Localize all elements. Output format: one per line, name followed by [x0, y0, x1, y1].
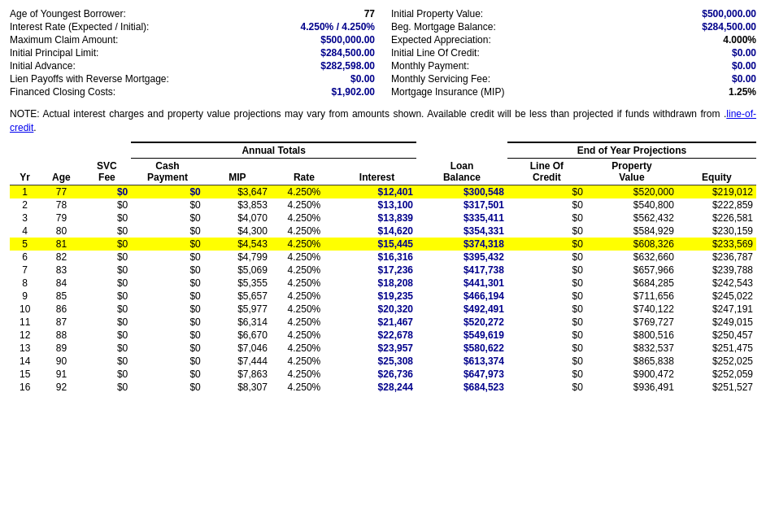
- table-row: 1389$0$0$7,0464.250%$23,957$580,622$0$83…: [10, 342, 756, 355]
- info-row: Mortgage Insurance (MIP)1.25%: [391, 86, 756, 98]
- table-cell: $247,191: [677, 303, 756, 316]
- annual-group-header: Annual Totals: [131, 142, 416, 159]
- right-info-panel: Initial Property Value:$500,000.00Beg. M…: [391, 8, 756, 99]
- table-row: 581$0$0$4,5434.250%$15,445$374,318$0$608…: [10, 238, 756, 251]
- table-cell: $20,320: [337, 303, 416, 316]
- table-cell: $222,859: [677, 198, 756, 211]
- table-cell: $0: [507, 185, 586, 198]
- table-cell: 85: [40, 290, 82, 303]
- table-row: 177$0$0$3,6474.250%$12,401$300,548$0$520…: [10, 185, 756, 198]
- eoy-group-header: End of Year Projections: [507, 142, 756, 159]
- table-cell: $7,444: [204, 355, 271, 368]
- table-cell: $0: [131, 368, 204, 381]
- info-label: Maximum Claim Amount:: [10, 34, 118, 46]
- table-cell: $251,475: [677, 342, 756, 355]
- table-cell: 4.250%: [271, 238, 337, 251]
- table-cell: $22,678: [337, 329, 416, 342]
- table-cell: $300,548: [416, 185, 507, 198]
- info-value: 77: [364, 8, 375, 20]
- table-cell: 4.250%: [271, 329, 337, 342]
- table-cell: $0: [507, 211, 586, 225]
- info-section: Age of Youngest Borrower:77Interest Rate…: [10, 8, 756, 99]
- table-cell: 5: [10, 238, 40, 251]
- table-row: 1490$0$0$7,4444.250%$25,308$613,374$0$86…: [10, 355, 756, 368]
- table-cell: 88: [40, 329, 82, 342]
- info-label: Beg. Mortgage Balance:: [391, 21, 496, 33]
- table-cell: $0: [131, 225, 204, 238]
- info-value: $500,000.00: [702, 8, 756, 20]
- table-cell: $0: [83, 277, 132, 290]
- table-cell: 91: [40, 368, 82, 381]
- info-label: Expected Appreciation:: [391, 34, 491, 46]
- table-cell: $0: [83, 368, 132, 381]
- table-cell: 81: [40, 238, 82, 251]
- table-row: 1288$0$0$6,6704.250%$22,678$549,619$0$80…: [10, 329, 756, 342]
- info-label: Initial Property Value:: [391, 8, 483, 20]
- info-value: $284,500.00: [702, 21, 756, 33]
- table-cell: 12: [10, 329, 40, 342]
- info-row: Maximum Claim Amount:$500,000.00: [10, 34, 375, 46]
- table-cell: $233,569: [677, 238, 756, 251]
- table-row: 682$0$0$4,7994.250%$16,316$395,432$0$632…: [10, 251, 756, 264]
- info-value: $0.00: [350, 73, 375, 85]
- table-cell: 4.250%: [271, 251, 337, 264]
- table-cell: 80: [40, 225, 82, 238]
- table-cell: $936,491: [586, 381, 677, 394]
- table-row: 783$0$0$5,0694.250%$17,236$417,738$0$657…: [10, 264, 756, 277]
- info-row: Interest Rate (Expected / Initial):4.250…: [10, 21, 375, 33]
- table-cell: $5,069: [204, 264, 271, 277]
- table-cell: $0: [83, 342, 132, 355]
- col-loan: LoanBalance: [416, 158, 507, 185]
- projection-table: Annual Totals End of Year Projections Yr…: [10, 142, 756, 394]
- left-info-panel: Age of Youngest Borrower:77Interest Rate…: [10, 8, 375, 99]
- info-value: $0.00: [732, 73, 756, 85]
- table-cell: $4,799: [204, 251, 271, 264]
- table-cell: $0: [507, 381, 586, 394]
- table-cell: $354,331: [416, 225, 507, 238]
- col-equity: Equity: [677, 158, 756, 185]
- table-cell: $0: [131, 355, 204, 368]
- table-cell: $0: [83, 264, 132, 277]
- info-label: Mortgage Insurance (MIP): [391, 86, 504, 98]
- info-label: Initial Line Of Credit:: [391, 47, 480, 59]
- table-cell: $252,059: [677, 368, 756, 381]
- info-row: Expected Appreciation:4.000%: [391, 34, 756, 46]
- table-cell: 7: [10, 264, 40, 277]
- table-cell: $0: [83, 211, 132, 225]
- table-cell: 9: [10, 290, 40, 303]
- line-of-credit-link[interactable]: line-of-credit: [10, 108, 756, 133]
- col-mip: MIP: [204, 158, 271, 185]
- table-cell: 4: [10, 225, 40, 238]
- info-value: $282,598.00: [320, 60, 375, 72]
- table-cell: $12,401: [337, 185, 416, 198]
- projection-table-container: Annual Totals End of Year Projections Yr…: [10, 142, 756, 394]
- table-cell: 1: [10, 185, 40, 198]
- col-yr: Yr: [10, 158, 40, 185]
- table-cell: $711,656: [586, 290, 677, 303]
- col-cash: CashPayment: [131, 158, 204, 185]
- table-cell: $0: [131, 303, 204, 316]
- table-cell: $236,787: [677, 251, 756, 264]
- table-cell: $769,727: [586, 316, 677, 329]
- table-cell: $520,000: [586, 185, 677, 198]
- info-value: $284,500.00: [320, 47, 375, 59]
- info-row: Lien Payoffs with Reverse Mortgage:$0.00: [10, 73, 375, 85]
- table-cell: 14: [10, 355, 40, 368]
- group-header-row: Annual Totals End of Year Projections: [10, 142, 756, 159]
- table-cell: $230,159: [677, 225, 756, 238]
- table-row: 985$0$0$5,6574.250%$19,235$466,194$0$711…: [10, 290, 756, 303]
- table-cell: $7,863: [204, 368, 271, 381]
- table-cell: $374,318: [416, 238, 507, 251]
- empty-header: [10, 142, 131, 159]
- table-cell: 78: [40, 198, 82, 211]
- table-cell: $608,326: [586, 238, 677, 251]
- table-cell: $0: [131, 185, 204, 198]
- table-cell: $6,314: [204, 316, 271, 329]
- table-cell: $5,657: [204, 290, 271, 303]
- table-cell: $395,432: [416, 251, 507, 264]
- table-cell: $5,977: [204, 303, 271, 316]
- table-cell: $0: [83, 225, 132, 238]
- table-row: 379$0$0$4,0704.250%$13,839$335,411$0$562…: [10, 211, 756, 225]
- table-cell: $0: [131, 381, 204, 394]
- table-cell: $6,670: [204, 329, 271, 342]
